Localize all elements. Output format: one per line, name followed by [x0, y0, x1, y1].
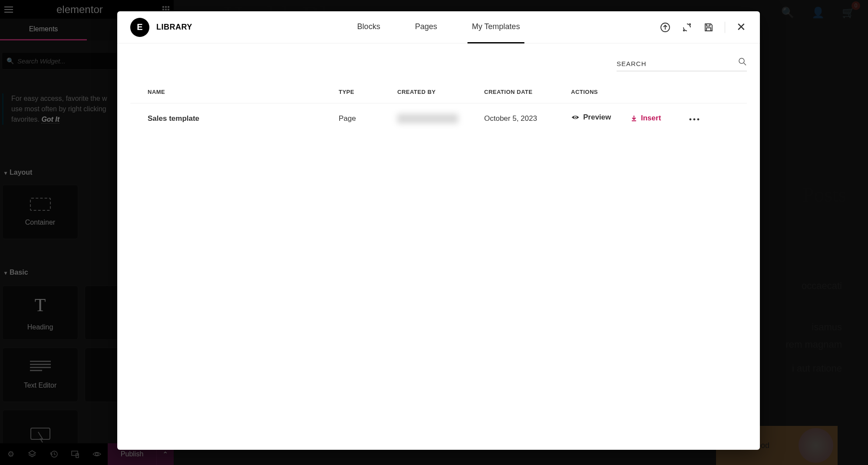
template-date: October 5, 2023 — [484, 114, 571, 123]
preview-button[interactable]: Preview — [571, 113, 611, 122]
sync-icon[interactable] — [681, 22, 693, 33]
template-created-by — [397, 114, 484, 123]
template-name: Sales template — [148, 114, 339, 123]
download-icon — [630, 115, 637, 122]
preview-label: Preview — [583, 113, 611, 122]
table-row: Sales template Page October 5, 2023 Prev… — [130, 103, 747, 133]
close-icon[interactable]: ✕ — [736, 22, 747, 33]
search-wrap — [617, 56, 747, 71]
library-modal: E LIBRARY Blocks Pages My Templates ✕ — [117, 11, 760, 450]
svg-point-5 — [739, 58, 744, 63]
col-name: NAME — [148, 89, 339, 95]
tab-blocks[interactable]: Blocks — [353, 11, 385, 43]
tab-my-templates[interactable]: My Templates — [468, 11, 525, 43]
col-creation-date: CREATION DATE — [484, 89, 571, 95]
template-actions: Preview Insert ••• — [571, 113, 710, 124]
elementor-logo-icon: E — [130, 18, 149, 37]
col-created-by: CREATED BY — [397, 89, 484, 95]
template-type: Page — [339, 114, 397, 123]
header-icons: ✕ — [660, 22, 747, 33]
template-search-input[interactable] — [617, 56, 747, 71]
modal-toolbar — [117, 43, 760, 76]
library-title: LIBRARY — [156, 23, 192, 32]
more-options-icon[interactable]: ••• — [689, 115, 701, 123]
col-type: TYPE — [339, 89, 397, 95]
insert-label: Insert — [641, 114, 661, 123]
divider — [725, 22, 725, 33]
eye-icon — [571, 113, 580, 122]
tab-pages[interactable]: Pages — [411, 11, 442, 43]
insert-button[interactable]: Insert — [630, 114, 661, 123]
upload-icon[interactable] — [660, 22, 671, 33]
svg-point-7 — [575, 117, 576, 118]
modal-tabs: Blocks Pages My Templates — [353, 11, 525, 43]
col-actions: ACTIONS — [571, 89, 710, 95]
save-icon[interactable] — [703, 22, 714, 33]
modal-header: E LIBRARY Blocks Pages My Templates ✕ — [117, 11, 760, 43]
table-header: NAME TYPE CREATED BY CREATION DATE ACTIO… — [130, 76, 747, 103]
search-icon[interactable] — [738, 57, 747, 66]
